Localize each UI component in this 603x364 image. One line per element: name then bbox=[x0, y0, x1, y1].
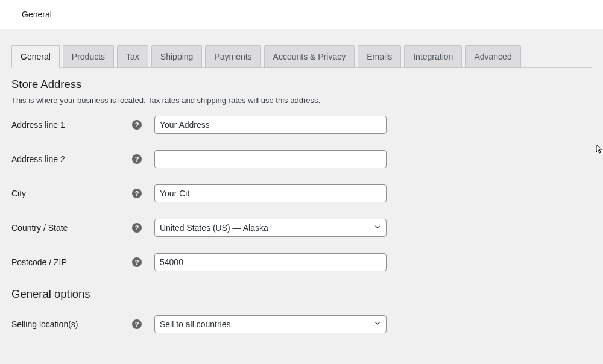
help-icon[interactable]: ? bbox=[132, 189, 142, 198]
tabs-nav: General Products Tax Shipping Payments A… bbox=[11, 45, 592, 68]
country-state-select-wrap: United States (US) — Alaska bbox=[154, 219, 387, 237]
selling-locations-select[interactable]: Sell to all countries bbox=[154, 315, 387, 333]
content-wrap: General Products Tax Shipping Payments A… bbox=[0, 29, 603, 333]
section-general-options-title: General options bbox=[11, 287, 592, 301]
section-store-address-title: Store Address bbox=[11, 78, 592, 91]
country-state-select[interactable]: United States (US) — Alaska bbox=[154, 219, 387, 237]
label-country-state: Country / State bbox=[11, 223, 132, 233]
row-country-state: Country / State ? United States (US) — A… bbox=[11, 219, 592, 237]
row-address-2: Address line 2 ? bbox=[11, 150, 592, 168]
row-address-1: Address line 1 ? bbox=[11, 116, 592, 134]
help-icon[interactable]: ? bbox=[132, 120, 142, 130]
label-address-1: Address line 1 bbox=[11, 120, 132, 130]
address-2-input[interactable] bbox=[154, 150, 387, 168]
help-icon[interactable]: ? bbox=[132, 319, 142, 329]
tab-payments[interactable]: Payments bbox=[205, 45, 260, 68]
page-header: General bbox=[0, 0, 603, 29]
tab-advanced[interactable]: Advanced bbox=[465, 45, 520, 68]
address-1-input[interactable] bbox=[154, 116, 387, 134]
help-icon[interactable]: ? bbox=[132, 223, 142, 233]
tab-integration[interactable]: Integration bbox=[404, 45, 462, 68]
row-city: City ? bbox=[11, 184, 592, 202]
selling-locations-select-wrap: Sell to all countries bbox=[154, 315, 387, 333]
label-selling-locations: Selling location(s) bbox=[11, 319, 132, 329]
tab-shipping[interactable]: Shipping bbox=[151, 45, 203, 68]
section-store-address-desc: This is where your business is located. … bbox=[11, 96, 592, 105]
help-icon[interactable]: ? bbox=[132, 257, 142, 267]
page-title: General bbox=[22, 10, 52, 19]
city-input[interactable] bbox=[154, 184, 387, 202]
tab-emails[interactable]: Emails bbox=[358, 45, 401, 68]
label-city: City bbox=[11, 189, 132, 198]
tab-accounts-privacy[interactable]: Accounts & Privacy bbox=[264, 45, 355, 68]
label-postcode: Postcode / ZIP bbox=[11, 257, 132, 267]
tab-products[interactable]: Products bbox=[63, 45, 114, 68]
row-postcode: Postcode / ZIP ? bbox=[11, 253, 592, 271]
help-icon[interactable]: ? bbox=[132, 154, 142, 164]
tab-general[interactable]: General bbox=[11, 45, 60, 68]
postcode-input[interactable] bbox=[154, 253, 387, 271]
row-selling-locations: Selling location(s) ? Sell to all countr… bbox=[11, 315, 592, 333]
tab-tax[interactable]: Tax bbox=[117, 45, 148, 68]
label-address-2: Address line 2 bbox=[11, 154, 132, 164]
